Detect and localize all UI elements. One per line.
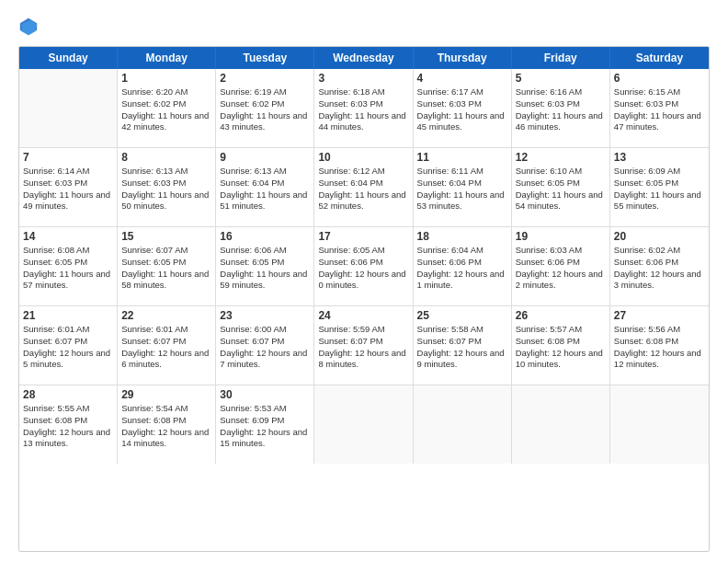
- day-info: Sunrise: 6:02 AM Sunset: 6:06 PM Dayligh…: [614, 245, 705, 292]
- day-info: Sunrise: 6:16 AM Sunset: 6:03 PM Dayligh…: [516, 86, 606, 133]
- day-info: Sunrise: 6:17 AM Sunset: 6:03 PM Dayligh…: [417, 86, 507, 133]
- day-info: Sunrise: 6:05 AM Sunset: 6:06 PM Dayligh…: [318, 245, 408, 292]
- day-number: 7: [23, 151, 113, 164]
- weekday-header: Saturday: [610, 47, 709, 69]
- calendar-cell: 30Sunrise: 5:53 AM Sunset: 6:09 PM Dayli…: [216, 385, 314, 464]
- calendar-cell: 28Sunrise: 5:55 AM Sunset: 6:08 PM Dayli…: [19, 385, 118, 464]
- day-info: Sunrise: 6:10 AM Sunset: 6:05 PM Dayligh…: [516, 166, 606, 213]
- day-number: 25: [417, 309, 507, 322]
- calendar-cell: 7Sunrise: 6:14 AM Sunset: 6:03 PM Daylig…: [19, 148, 118, 226]
- weekday-header: Sunday: [19, 47, 118, 69]
- day-info: Sunrise: 5:58 AM Sunset: 6:07 PM Dayligh…: [417, 324, 507, 371]
- day-info: Sunrise: 5:57 AM Sunset: 6:08 PM Dayligh…: [516, 324, 606, 371]
- day-number: 17: [318, 230, 408, 243]
- calendar-cell: 24Sunrise: 5:59 AM Sunset: 6:07 PM Dayli…: [314, 306, 413, 385]
- calendar-cell: 25Sunrise: 5:58 AM Sunset: 6:07 PM Dayli…: [414, 306, 512, 385]
- day-info: Sunrise: 6:13 AM Sunset: 6:04 PM Dayligh…: [220, 166, 310, 213]
- calendar-row: 1Sunrise: 6:20 AM Sunset: 6:02 PM Daylig…: [19, 69, 709, 148]
- calendar-cell: 23Sunrise: 6:00 AM Sunset: 6:07 PM Dayli…: [216, 306, 314, 385]
- day-number: 5: [516, 72, 606, 85]
- calendar-cell: 9Sunrise: 6:13 AM Sunset: 6:04 PM Daylig…: [216, 148, 314, 226]
- calendar-row: 14Sunrise: 6:08 AM Sunset: 6:05 PM Dayli…: [19, 227, 709, 306]
- header: [18, 17, 710, 37]
- day-number: 4: [417, 72, 507, 85]
- day-info: Sunrise: 6:12 AM Sunset: 6:04 PM Dayligh…: [318, 166, 408, 213]
- day-number: 2: [220, 72, 310, 85]
- day-info: Sunrise: 6:01 AM Sunset: 6:07 PM Dayligh…: [121, 324, 211, 371]
- calendar-cell: 3Sunrise: 6:18 AM Sunset: 6:03 PM Daylig…: [314, 69, 413, 147]
- calendar-cell: 11Sunrise: 6:11 AM Sunset: 6:04 PM Dayli…: [414, 148, 512, 226]
- day-number: 16: [220, 230, 310, 243]
- day-number: 24: [318, 309, 408, 322]
- calendar-cell: 29Sunrise: 5:54 AM Sunset: 6:08 PM Dayli…: [118, 385, 216, 464]
- calendar-cell: 10Sunrise: 6:12 AM Sunset: 6:04 PM Dayli…: [314, 148, 413, 226]
- calendar-cell: 17Sunrise: 6:05 AM Sunset: 6:06 PM Dayli…: [314, 227, 413, 305]
- day-info: Sunrise: 6:19 AM Sunset: 6:02 PM Dayligh…: [220, 86, 310, 133]
- day-info: Sunrise: 5:53 AM Sunset: 6:09 PM Dayligh…: [220, 403, 310, 450]
- day-info: Sunrise: 6:06 AM Sunset: 6:05 PM Dayligh…: [220, 245, 310, 292]
- day-number: 12: [516, 151, 606, 164]
- day-number: 11: [417, 151, 507, 164]
- day-number: 30: [220, 388, 310, 401]
- day-number: 18: [417, 230, 507, 243]
- calendar-cell: 27Sunrise: 5:56 AM Sunset: 6:08 PM Dayli…: [610, 306, 709, 385]
- calendar-cell: 22Sunrise: 6:01 AM Sunset: 6:07 PM Dayli…: [118, 306, 216, 385]
- calendar: SundayMondayTuesdayWednesdayThursdayFrid…: [18, 46, 710, 552]
- day-info: Sunrise: 6:01 AM Sunset: 6:07 PM Dayligh…: [23, 324, 113, 371]
- calendar-cell: [414, 385, 512, 464]
- calendar-cell: 4Sunrise: 6:17 AM Sunset: 6:03 PM Daylig…: [414, 69, 512, 147]
- weekday-header: Monday: [118, 47, 216, 69]
- day-number: 23: [220, 309, 310, 322]
- day-info: Sunrise: 5:55 AM Sunset: 6:08 PM Dayligh…: [23, 403, 113, 450]
- day-info: Sunrise: 6:15 AM Sunset: 6:03 PM Dayligh…: [614, 86, 705, 133]
- calendar-cell: [19, 69, 118, 147]
- day-info: Sunrise: 6:09 AM Sunset: 6:05 PM Dayligh…: [614, 166, 705, 213]
- day-number: 29: [121, 388, 211, 401]
- day-number: 6: [614, 72, 705, 85]
- day-info: Sunrise: 6:13 AM Sunset: 6:03 PM Dayligh…: [121, 166, 211, 213]
- day-info: Sunrise: 6:08 AM Sunset: 6:05 PM Dayligh…: [23, 245, 113, 292]
- day-number: 13: [614, 151, 705, 164]
- calendar-cell: 19Sunrise: 6:03 AM Sunset: 6:06 PM Dayli…: [512, 227, 610, 305]
- calendar-header: SundayMondayTuesdayWednesdayThursdayFrid…: [19, 47, 709, 69]
- day-number: 15: [121, 230, 211, 243]
- day-number: 1: [121, 72, 211, 85]
- calendar-cell: [610, 385, 709, 464]
- day-info: Sunrise: 5:59 AM Sunset: 6:07 PM Dayligh…: [318, 324, 408, 371]
- day-number: 26: [516, 309, 606, 322]
- day-info: Sunrise: 6:04 AM Sunset: 6:06 PM Dayligh…: [417, 245, 507, 292]
- day-number: 27: [614, 309, 705, 322]
- day-info: Sunrise: 6:18 AM Sunset: 6:03 PM Dayligh…: [318, 86, 408, 133]
- day-info: Sunrise: 6:20 AM Sunset: 6:02 PM Dayligh…: [121, 86, 211, 133]
- calendar-cell: 26Sunrise: 5:57 AM Sunset: 6:08 PM Dayli…: [512, 306, 610, 385]
- calendar-cell: 6Sunrise: 6:15 AM Sunset: 6:03 PM Daylig…: [610, 69, 709, 147]
- weekday-header: Thursday: [414, 47, 512, 69]
- day-info: Sunrise: 5:56 AM Sunset: 6:08 PM Dayligh…: [614, 324, 705, 371]
- day-number: 14: [23, 230, 113, 243]
- day-number: 28: [23, 388, 113, 401]
- calendar-row: 28Sunrise: 5:55 AM Sunset: 6:08 PM Dayli…: [19, 385, 709, 464]
- weekday-header: Tuesday: [216, 47, 314, 69]
- calendar-cell: [512, 385, 610, 464]
- calendar-cell: 12Sunrise: 6:10 AM Sunset: 6:05 PM Dayli…: [512, 148, 610, 226]
- day-number: 9: [220, 151, 310, 164]
- day-number: 20: [614, 230, 705, 243]
- calendar-row: 7Sunrise: 6:14 AM Sunset: 6:03 PM Daylig…: [19, 148, 709, 227]
- calendar-cell: 5Sunrise: 6:16 AM Sunset: 6:03 PM Daylig…: [512, 69, 610, 147]
- calendar-cell: 8Sunrise: 6:13 AM Sunset: 6:03 PM Daylig…: [118, 148, 216, 226]
- day-number: 3: [318, 72, 408, 85]
- logo-icon: [18, 17, 39, 37]
- calendar-cell: 15Sunrise: 6:07 AM Sunset: 6:05 PM Dayli…: [118, 227, 216, 305]
- calendar-cell: 14Sunrise: 6:08 AM Sunset: 6:05 PM Dayli…: [19, 227, 118, 305]
- day-info: Sunrise: 5:54 AM Sunset: 6:08 PM Dayligh…: [121, 403, 211, 450]
- day-number: 19: [516, 230, 606, 243]
- calendar-cell: 18Sunrise: 6:04 AM Sunset: 6:06 PM Dayli…: [414, 227, 512, 305]
- day-number: 8: [121, 151, 211, 164]
- weekday-header: Wednesday: [314, 47, 413, 69]
- day-info: Sunrise: 6:03 AM Sunset: 6:06 PM Dayligh…: [516, 245, 606, 292]
- day-info: Sunrise: 6:00 AM Sunset: 6:07 PM Dayligh…: [220, 324, 310, 371]
- weekday-header: Friday: [512, 47, 610, 69]
- day-info: Sunrise: 6:07 AM Sunset: 6:05 PM Dayligh…: [121, 245, 211, 292]
- day-number: 22: [121, 309, 211, 322]
- calendar-cell: 13Sunrise: 6:09 AM Sunset: 6:05 PM Dayli…: [610, 148, 709, 226]
